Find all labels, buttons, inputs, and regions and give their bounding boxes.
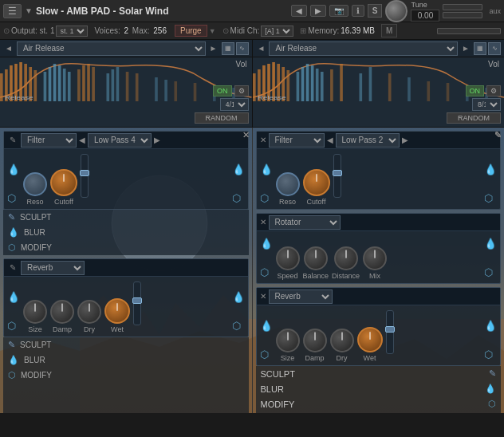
rotator-right-hex-icon[interactable]: ⬡ bbox=[484, 266, 497, 278]
tune-slider-1[interactable] bbox=[443, 4, 482, 10]
reverb-right-dry-knob[interactable] bbox=[330, 329, 354, 352]
rotator-speed-knob[interactable] bbox=[276, 246, 300, 270]
rotator-right-drop-icon[interactable]: 💧 bbox=[484, 238, 497, 250]
filter-right-type-prev[interactable]: ◀ bbox=[327, 136, 333, 144]
reverb-left-slider[interactable] bbox=[133, 281, 141, 325]
sculpt-row-right-bottom[interactable]: SCULPT ✎ bbox=[256, 366, 502, 381]
blur-row-left-top[interactable]: 💧 BLUR bbox=[3, 225, 249, 240]
rotator-module-select[interactable]: Rotator bbox=[269, 215, 341, 230]
rotator-distance-knob[interactable] bbox=[334, 246, 358, 270]
reverb-right-drop-icon[interactable]: 💧 bbox=[260, 320, 273, 332]
filter-right-type-next[interactable]: ▶ bbox=[402, 136, 408, 144]
s-button[interactable]: S bbox=[368, 4, 383, 18]
filter-left-cutoff-knob[interactable] bbox=[50, 169, 77, 196]
reverb-left-close-btn[interactable]: ✕ bbox=[242, 130, 250, 140]
filter-right-right-drop-icon[interactable]: 💧 bbox=[484, 163, 497, 175]
filter-left-slider-thumb[interactable] bbox=[80, 170, 89, 176]
reverb-right-hex-icon[interactable]: ⬡ bbox=[260, 348, 273, 360]
reverb-left-size-knob[interactable] bbox=[23, 300, 47, 324]
blur-row-left-bottom[interactable]: 💧 BLUR bbox=[3, 352, 249, 368]
env-left-wave-icon[interactable]: ∿ bbox=[236, 42, 249, 55]
reverb-right-edit-btn[interactable]: ✎ bbox=[494, 130, 502, 140]
env-right-gear[interactable]: ⚙ bbox=[486, 85, 501, 96]
filter-right-cutoff-knob[interactable] bbox=[303, 169, 330, 196]
filter-left-hex-icon[interactable]: ⬡ bbox=[7, 192, 20, 204]
env-right-toggle[interactable]: ON bbox=[466, 85, 485, 96]
env-left-nav-right[interactable]: ► bbox=[208, 44, 219, 53]
sculpt-row-left-bottom[interactable]: ✎ SCULPT bbox=[3, 337, 249, 352]
env-right-bars-icon[interactable]: ▦ bbox=[474, 42, 486, 55]
filter-right-drop-icon[interactable]: 💧 bbox=[260, 163, 273, 175]
filter-right-module-select[interactable]: Filter bbox=[269, 133, 325, 148]
filter-right-slider[interactable] bbox=[333, 154, 341, 198]
env-left-div-select[interactable]: 4/1 bbox=[220, 98, 249, 111]
reverb-right-slider[interactable] bbox=[386, 310, 394, 354]
info-btn[interactable]: ℹ bbox=[352, 5, 364, 17]
env-right-div-select[interactable]: 8/1 bbox=[472, 98, 501, 111]
reverb-right-damp-knob[interactable] bbox=[303, 329, 327, 352]
filter-left-edit-btn[interactable]: ✎ bbox=[7, 136, 18, 144]
rotator-close-left[interactable]: ✕ bbox=[260, 218, 266, 226]
rotator-balance-knob[interactable] bbox=[304, 246, 328, 270]
filter-right-type-select[interactable]: Low Pass 2 bbox=[336, 133, 400, 148]
m-button[interactable]: M bbox=[381, 24, 397, 37]
tune-knob[interactable] bbox=[385, 0, 408, 22]
menu-button[interactable]: ☰ bbox=[3, 4, 22, 18]
env-left-dropdown[interactable]: Air Release bbox=[17, 41, 206, 56]
filter-left-module-select[interactable]: Filter bbox=[21, 133, 77, 148]
reverb-right-module-select[interactable]: Reverb bbox=[269, 289, 333, 304]
filter-left-type-prev[interactable]: ◀ bbox=[79, 136, 85, 144]
reverb-left-right-drop-icon[interactable]: 💧 bbox=[232, 291, 245, 303]
filter-left-type-next[interactable]: ▶ bbox=[154, 136, 160, 144]
reverb-right-right-hex-icon[interactable]: ⬡ bbox=[484, 348, 497, 360]
filter-left-reso-knob[interactable] bbox=[23, 172, 47, 196]
next-instrument-btn[interactable]: ▶ bbox=[310, 5, 326, 17]
filter-right-slider-thumb[interactable] bbox=[333, 170, 342, 176]
filter-left-slider[interactable] bbox=[81, 154, 89, 198]
env-right-nav-left[interactable]: ◄ bbox=[256, 44, 267, 53]
env-left-bars-icon[interactable]: ▦ bbox=[222, 42, 234, 55]
env-left-nav-left[interactable]: ◄ bbox=[3, 44, 14, 53]
env-left-random[interactable]: RANDOM bbox=[195, 112, 249, 124]
rotator-drop-icon[interactable]: 💧 bbox=[260, 238, 273, 250]
env-left-toggle[interactable]: ON bbox=[213, 85, 232, 96]
env-right-dropdown[interactable]: Air Release bbox=[269, 41, 458, 56]
tune-slider-2[interactable] bbox=[443, 12, 482, 18]
env-right-nav-right[interactable]: ► bbox=[460, 44, 471, 53]
reverb-left-drop-icon[interactable]: 💧 bbox=[7, 291, 20, 303]
reverb-left-module-select[interactable]: Reverb bbox=[21, 261, 85, 275]
reverb-left-slider-thumb[interactable] bbox=[132, 297, 142, 304]
purge-button[interactable]: Purge bbox=[175, 25, 207, 37]
reverb-right-size-knob[interactable] bbox=[276, 329, 300, 352]
filter-right-hex-icon[interactable]: ⬡ bbox=[260, 192, 273, 204]
blur-row-right-bottom[interactable]: BLUR 💧 bbox=[256, 381, 502, 396]
reverb-right-right-drop-icon[interactable]: 💧 bbox=[484, 320, 497, 332]
filter-left-type-select[interactable]: Low Pass 4 bbox=[88, 133, 152, 148]
rotator-mix-knob[interactable] bbox=[363, 246, 387, 270]
reverb-right-wet-knob[interactable] bbox=[357, 327, 383, 352]
modify-row-right-bottom[interactable]: MODIFY ⬡ bbox=[256, 396, 502, 411]
modify-row-left-top[interactable]: ⬡ MODIFY bbox=[3, 240, 249, 255]
filter-left-right-hex-icon[interactable]: ⬡ bbox=[232, 192, 245, 204]
rotator-hex-icon[interactable]: ⬡ bbox=[260, 266, 273, 278]
reverb-right-close-left[interactable]: ✕ bbox=[260, 292, 266, 301]
env-right-wave-icon[interactable]: ∿ bbox=[488, 42, 501, 55]
camera-btn[interactable]: 📷 bbox=[329, 5, 348, 17]
reverb-right-slider-thumb[interactable] bbox=[385, 326, 395, 333]
reverb-left-dry-knob[interactable] bbox=[77, 300, 101, 324]
reverb-left-damp-knob[interactable] bbox=[50, 300, 74, 324]
env-right-random[interactable]: RANDOM bbox=[447, 112, 501, 124]
filter-right-close-left[interactable]: ✕ bbox=[260, 136, 266, 144]
sculpt-row-left-top[interactable]: ✎ SCULPT bbox=[3, 210, 249, 225]
filter-right-reso-knob[interactable] bbox=[276, 172, 300, 196]
prev-instrument-btn[interactable]: ◀ bbox=[291, 5, 307, 17]
env-left-gear[interactable]: ⚙ bbox=[234, 85, 249, 96]
filter-left-right-drop-icon[interactable]: 💧 bbox=[232, 163, 245, 175]
filter-left-drop-icon[interactable]: 💧 bbox=[7, 163, 20, 175]
reverb-left-hex-icon[interactable]: ⬡ bbox=[7, 320, 20, 332]
filter-right-right-hex-icon[interactable]: ⬡ bbox=[484, 192, 497, 204]
midi-select[interactable]: [A] 1 bbox=[261, 26, 293, 37]
level-slider[interactable] bbox=[437, 28, 501, 34]
reverb-left-wet-knob[interactable] bbox=[104, 298, 130, 324]
reverb-left-edit-btn[interactable]: ✎ bbox=[7, 263, 18, 272]
